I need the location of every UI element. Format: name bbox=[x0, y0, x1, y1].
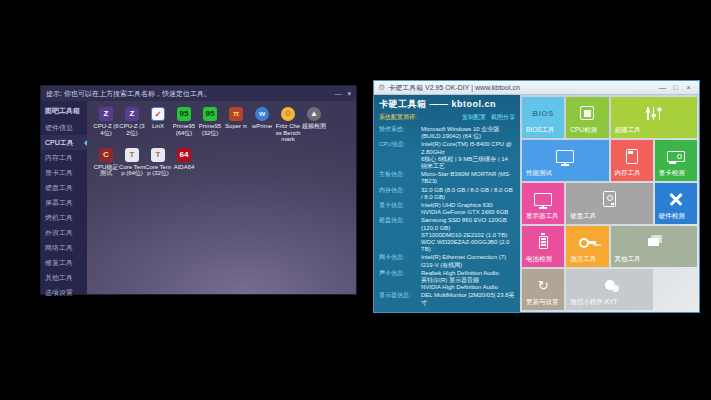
tool-shortcut[interactable]: TCore Temp (32位) bbox=[145, 148, 171, 177]
sidebar-item[interactable]: 烤机工具 bbox=[41, 210, 87, 225]
sidebar-item[interactable]: 其他工具 bbox=[41, 270, 87, 285]
bios-icon: BIOS bbox=[522, 102, 564, 124]
tool-shortcut[interactable]: TCore Temp (64位) bbox=[119, 148, 145, 177]
tile-gpu[interactable]: 显卡检测 bbox=[655, 140, 697, 181]
sidebar-item[interactable]: CPU工具 bbox=[41, 135, 87, 150]
tool-label: AIDA64 bbox=[171, 164, 197, 171]
info-field-row: 显卡信息:Intel(R) UHD Graphics 630NVIDIA GeF… bbox=[379, 202, 515, 216]
tile-label: 性能测试 bbox=[526, 169, 552, 178]
tool-shortcut[interactable]: ☺Fritz Chess Benchmark bbox=[275, 107, 301, 143]
minimize-icon[interactable]: — bbox=[334, 90, 341, 97]
tool-label: Core Temp (64位) bbox=[119, 164, 145, 177]
tool-shortcut[interactable]: 95Prime95 (32位) bbox=[197, 107, 223, 143]
info-field-value: Intel(R) Ethernet Connection (7) I219-V … bbox=[421, 254, 515, 268]
tile-bios[interactable]: BIOSBIOS工具 bbox=[522, 97, 564, 138]
tool-shortcut[interactable]: ZCPU-Z (64位) bbox=[93, 107, 119, 143]
sidebar-item[interactable]: 屏幕工具 bbox=[41, 195, 87, 210]
tool-label: Prime95 (32位) bbox=[197, 123, 223, 136]
tool-app-icon: T bbox=[125, 148, 139, 162]
tool-shortcut[interactable]: 95Prime95 (64位) bbox=[171, 107, 197, 143]
info-field-label: 主板信息: bbox=[379, 171, 421, 185]
info-field-label: 显示器信息: bbox=[379, 292, 421, 306]
info-field-value: Intel(R) Core(TM) i5-8400 CPU @ 2.80GHz6… bbox=[421, 141, 515, 170]
monitor-icon bbox=[522, 145, 609, 167]
info-header: 卡硬工具箱 —— kbtool.cn bbox=[379, 98, 515, 111]
sidebar-item[interactable]: 硬件信息 bbox=[41, 120, 87, 135]
titlebar[interactable]: ⚙ 卡硬工具箱 V2.95 OK-DIY | www.kbtool.cn — □… bbox=[374, 81, 699, 95]
tile-wechat[interactable]: 微信小程序-KYT bbox=[566, 269, 653, 310]
chevron-down-icon[interactable]: ▾ bbox=[347, 90, 351, 98]
info-field-label: 显卡信息: bbox=[379, 202, 421, 216]
tile-chip[interactable]: CPU检测 bbox=[566, 97, 608, 138]
tool-app-icon: T bbox=[151, 148, 165, 162]
sidebar-item[interactable]: 选项设置 bbox=[41, 285, 87, 300]
gpu-icon bbox=[655, 145, 697, 167]
tile-monitor[interactable]: 性能测试 bbox=[522, 140, 609, 181]
tool-app-icon: 64 bbox=[177, 148, 191, 162]
monitor-icon bbox=[522, 188, 564, 210]
info-fields: 操作系统:Microsoft Windows 10 企业版 (BUILD.190… bbox=[379, 126, 515, 307]
tool-label: wPrime bbox=[249, 123, 275, 130]
tool-app-icon: 95 bbox=[203, 107, 217, 121]
sidebar-item[interactable]: 显卡工具 bbox=[41, 165, 87, 180]
category-sidebar: 图吧工具箱 硬件信息CPU工具内存工具显卡工具硬盘工具屏幕工具烤机工具外设工具网… bbox=[41, 101, 87, 294]
key-icon bbox=[566, 231, 608, 253]
tool-app-icon: ☺ bbox=[281, 107, 295, 121]
right-window-body: 卡硬工具箱 —— kbtool.cn 系统配置简评: 复制配置 截图分享 操作系… bbox=[374, 95, 699, 312]
tool-shortcut[interactable]: ZCPU-Z (32位) bbox=[119, 107, 145, 143]
hint-bar: 提示: 你也可以在上方搜索工具名称，快速定位工具。 — ▾ bbox=[41, 86, 356, 101]
info-field-label: 声卡信息: bbox=[379, 270, 421, 292]
sidebar-item[interactable]: 网络工具 bbox=[41, 240, 87, 255]
info-field-label: 操作系统: bbox=[379, 126, 421, 140]
sidebar-item[interactable]: 修复工具 bbox=[41, 255, 87, 270]
info-field-row: 主板信息:Micro-Star B360M MORTAR (MS-7B23) bbox=[379, 171, 515, 185]
tool-shortcut[interactable]: CCPU稳定测试 bbox=[93, 148, 119, 177]
app-title: 图吧工具箱 bbox=[41, 103, 87, 120]
minimize-button[interactable]: — bbox=[656, 84, 669, 91]
app-icon: ⚙ bbox=[378, 83, 385, 92]
tile-hdd[interactable]: 硬盘工具 bbox=[566, 183, 653, 224]
sidebar-item[interactable]: 硬盘工具 bbox=[41, 180, 87, 195]
tool-app-icon: Z bbox=[99, 107, 113, 121]
maximize-button[interactable]: □ bbox=[669, 84, 682, 91]
tile-refresh[interactable]: ↻更新与设置 bbox=[522, 269, 564, 310]
tool-app-icon: ▲ bbox=[307, 107, 321, 121]
tile-key[interactable]: 激活工具 bbox=[566, 226, 608, 267]
info-field-value: Realtek High Definition Audio英特尔(R) 显示器音… bbox=[421, 270, 515, 292]
tile-label: 显示器工具 bbox=[526, 212, 559, 221]
tool-label: CPU稳定测试 bbox=[93, 164, 119, 177]
ssd-icon bbox=[611, 145, 653, 167]
tile-ssd[interactable]: 内存工具 bbox=[611, 140, 653, 181]
tile-tools[interactable]: 硬件检测 bbox=[655, 183, 697, 224]
info-field-value: DEL MultiMonitor [2M20/05] 23.8英寸 bbox=[421, 292, 515, 306]
copy-config-link[interactable]: 复制配置 bbox=[462, 113, 486, 122]
tool-shortcut[interactable]: πSuper π bbox=[223, 107, 249, 143]
sidebar-item[interactable]: 外设工具 bbox=[41, 225, 87, 240]
info-field-value: Intel(R) UHD Graphics 630NVIDIA GeForce … bbox=[421, 202, 515, 216]
tool-app-icon: 95 bbox=[177, 107, 191, 121]
close-button[interactable]: × bbox=[682, 84, 695, 91]
tool-shortcut[interactable]: 64AIDA64 bbox=[171, 148, 197, 177]
tool-label: 超频检测 bbox=[301, 123, 327, 130]
tool-shortcut[interactable]: ▲超频检测 bbox=[301, 107, 327, 143]
tool-app-icon: C bbox=[99, 148, 113, 162]
tile-label: CPU检测 bbox=[570, 126, 597, 135]
tile-monitor[interactable]: 显示器工具 bbox=[522, 183, 564, 224]
refresh-icon: ↻ bbox=[522, 274, 564, 296]
sidebar-item[interactable]: 内存工具 bbox=[41, 150, 87, 165]
tile-files[interactable]: 其他工具 bbox=[611, 226, 698, 267]
sidebar-list: 硬件信息CPU工具内存工具显卡工具硬盘工具屏幕工具烤机工具外设工具网络工具修复工… bbox=[41, 120, 87, 300]
tile-battery[interactable]: 电池检测 bbox=[522, 226, 564, 267]
share-screenshot-link[interactable]: 截图分享 bbox=[491, 113, 515, 122]
tool-shortcut[interactable]: wwPrime bbox=[249, 107, 275, 143]
info-subheader: 系统配置简评: bbox=[379, 113, 417, 122]
tool-label: CPU-Z (64位) bbox=[93, 123, 119, 136]
tile-label: BIOS工具 bbox=[526, 126, 555, 135]
info-subheader-row: 系统配置简评: 复制配置 截图分享 bbox=[379, 113, 515, 122]
tool-shortcut[interactable]: ✓LinX bbox=[145, 107, 171, 143]
info-field-label: 硬盘信息: bbox=[379, 217, 421, 253]
tile-sliders[interactable]: 超频工具 bbox=[611, 97, 698, 138]
tool-label: LinX bbox=[145, 123, 171, 130]
tile-label: 超频工具 bbox=[615, 126, 641, 135]
tool-grid: ZCPU-Z (64位)ZCPU-Z (32位)✓LinX95Prime95 (… bbox=[87, 101, 356, 182]
